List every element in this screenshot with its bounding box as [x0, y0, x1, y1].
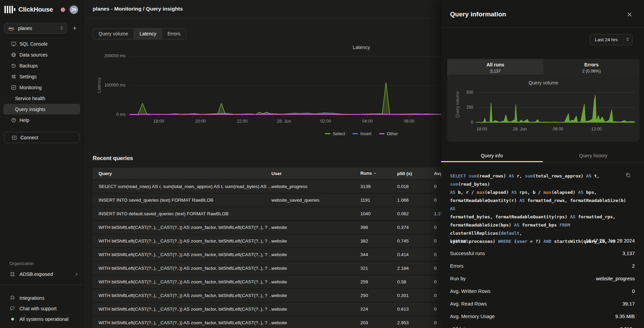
cell-query: WITH bitShiftLeft(CAST(?..), _CAST(?..))… [93, 307, 271, 312]
cell-runs: 321 [360, 266, 397, 271]
sidebar-item-data-sources[interactable]: Data sources [3, 49, 80, 60]
cell-p50: 0.062 [397, 211, 434, 216]
chart-title: Query volume [528, 80, 558, 85]
cell-user: website [271, 293, 360, 298]
stat-label: Last run [450, 238, 468, 244]
table-row[interactable]: WITH bitShiftLeft(CAST(?..), _CAST(?..))… [93, 248, 475, 261]
organization-item[interactable]: ADSB.exposed [0, 269, 84, 279]
sidebar-item-chat-support[interactable]: Chat with support [0, 303, 84, 314]
table-row[interactable]: WITH bitShiftLeft(CAST(?..), _CAST(?..))… [93, 221, 475, 234]
sidebar-item-service-health[interactable]: Service health [3, 93, 80, 104]
segment-all-runs[interactable]: All runs 3,137 [447, 59, 543, 76]
legend-item-other[interactable]: Other [379, 131, 398, 136]
tab-latency[interactable]: Latency [134, 29, 162, 39]
sidebar-divider [0, 285, 84, 285]
table-row[interactable]: WITH bitShiftLeft(CAST(?..), _CAST(?..))… [93, 316, 475, 328]
cell-p50: 1.066 [397, 198, 434, 203]
x-tick-label: 20:00 [189, 119, 212, 124]
cell-query: WITH bitShiftLeft(CAST(?..), _CAST(?..))… [93, 238, 271, 244]
sidebar-item-backups[interactable]: Backups [3, 60, 80, 71]
legend-item-insert[interactable]: Insert [353, 131, 372, 136]
cell-query: WITH bitShiftLeft(CAST(?..), _CAST(?..))… [93, 225, 271, 230]
sql-line: AS b, r / max(elapsed) AS rps, b / max(e… [450, 188, 630, 197]
avatar[interactable]: ZN [70, 5, 78, 14]
column-header-user[interactable]: User [271, 171, 360, 176]
cell-query: INSERT INTO saved_queries (text) FORMAT … [93, 198, 271, 203]
cell-runs: 344 [360, 252, 397, 257]
tab-query-info[interactable]: Query info [441, 150, 543, 162]
sidebar: ClickHouse ZN aws planes + SQL Console [0, 0, 84, 328]
stat-row: Run bywebsite_progress [450, 272, 635, 285]
segment-label: Errors [543, 62, 640, 67]
table-row[interactable]: WITH bitShiftLeft(CAST(?..), _CAST(?..))… [93, 289, 475, 302]
y-tick-label: 250 [453, 105, 473, 110]
table-row[interactable]: WITH bitShiftLeft(CAST(?..), _CAST(?..))… [93, 276, 475, 288]
legend-swatch [325, 133, 330, 134]
table-row[interactable]: WITH bitShiftLeft(CAST(?..), _CAST(?..))… [93, 303, 475, 315]
table-row[interactable]: SELECT sum(read_rows) AS r, sum(total_ro… [93, 180, 475, 193]
x-tick-label: 06:00 [397, 119, 421, 124]
backups-icon [11, 63, 16, 68]
cell-p50: 0.613 [397, 307, 434, 312]
cell-runs: 259 [360, 279, 397, 284]
cell-runs: 224 [360, 307, 397, 312]
svg-text:aws: aws [9, 27, 14, 30]
panel-title: Query information [450, 11, 506, 18]
cell-p50: 2.953 [397, 320, 434, 325]
table-row[interactable]: WITH bitShiftLeft(CAST(?..), _CAST(?..))… [93, 262, 475, 275]
cell-query: WITH bitShiftLeft(CAST(?..), _CAST(?..))… [93, 320, 271, 325]
x-tick-label: 04:00 [356, 119, 379, 124]
stat-row: p50 latency0.018s [450, 323, 635, 328]
x-tick-label: 28. Jun [510, 127, 530, 131]
column-header-query[interactable]: Query [93, 171, 271, 176]
sidebar-item-sql-console[interactable]: SQL Console [3, 38, 80, 49]
cell-query: WITH bitShiftLeft(CAST(?..), _CAST(?..))… [93, 252, 271, 257]
column-header-p50-s-[interactable]: p50 (s) [397, 171, 434, 176]
tab-query-history[interactable]: Query history [543, 150, 644, 162]
table-row[interactable]: INSERT INTO saved_queries (text) FORMAT … [93, 194, 475, 206]
connect-icon [12, 135, 17, 140]
stat-value: 16:47:25, Jun 28 2024 [586, 238, 635, 244]
sidebar-item-query-insights[interactable]: Query insights [3, 104, 80, 114]
stat-row: Avg. Memory Usage9.35 MiB [450, 310, 635, 323]
runs-segments: All runs 3,137 Errors 2 (0.06%) [447, 59, 640, 76]
y-axis-label: Query volume [455, 91, 460, 118]
sidebar-item-label: Backups [19, 63, 38, 68]
stat-row: Avg. Read Rows39.17 [450, 297, 635, 310]
cell-user: website [271, 225, 360, 230]
cell-runs: 1040 [360, 211, 397, 216]
data-sources-icon [11, 52, 16, 58]
sidebar-item-monitoring[interactable]: Monitoring [3, 82, 80, 93]
segment-errors[interactable]: Errors 2 (0.06%) [543, 59, 640, 76]
stat-row: Successful runs3,137 [450, 247, 635, 260]
cell-p50: 2.184 [397, 266, 434, 271]
legend-item-select[interactable]: Select [325, 131, 345, 136]
table-row[interactable]: INSERT INTO default.saved_queries (text)… [93, 207, 475, 220]
tab-query-volume[interactable]: Query volume [93, 29, 134, 39]
sidebar-item-help[interactable]: Help [3, 115, 80, 125]
recent-queries-table: QueryUserRunsp50 (s)Avg. SELECT sum(read… [93, 168, 475, 328]
sidebar-item-integrations[interactable]: Integrations [0, 293, 84, 303]
table-row[interactable]: WITH bitShiftLeft(CAST(?..), _CAST(?..))… [93, 235, 475, 247]
add-service-button[interactable]: + [70, 25, 79, 32]
column-header-runs[interactable]: Runs [360, 171, 397, 176]
copy-icon[interactable] [625, 172, 631, 178]
time-range-select[interactable]: Last 24 hrs [590, 34, 633, 45]
tab-errors[interactable]: Errors [162, 29, 186, 39]
connect-button[interactable]: Connect [4, 132, 79, 143]
x-tick-label: 18:00 [471, 127, 492, 131]
brand-name: ClickHouse [18, 6, 53, 13]
query-stats-list: Last run16:47:25, Jun 28 2024Successful … [450, 234, 635, 328]
close-icon[interactable] [627, 12, 632, 17]
sidebar-item-label: SQL Console [19, 41, 48, 47]
legend-label: Other [387, 131, 398, 136]
x-tick-label: 06:00 [548, 127, 568, 131]
service-selector[interactable]: aws planes [4, 23, 67, 34]
recent-queries-title: Recent queries [93, 155, 133, 161]
sidebar-item-label: Monitoring [19, 85, 42, 90]
notification-dot-icon[interactable] [61, 7, 65, 12]
sidebar-item-system-status[interactable]: All systems operational [0, 314, 84, 324]
y-tick-label: 0 [453, 120, 473, 125]
cell-runs: 1191 [360, 198, 397, 203]
sidebar-item-settings[interactable]: Settings [3, 71, 80, 82]
